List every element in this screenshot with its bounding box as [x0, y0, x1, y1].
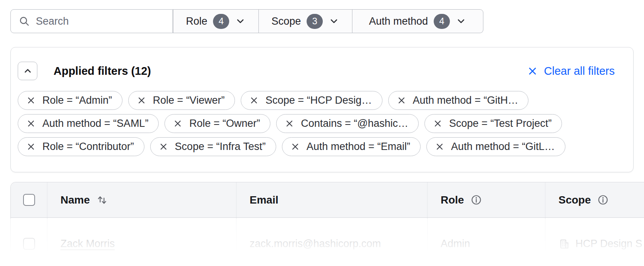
applied-filters-title: Applied filters (12)	[54, 65, 151, 77]
applied-filters-header: Applied filters (12) Clear all filters	[11, 47, 633, 80]
filter-chip-label: Role = “Admin”	[42, 94, 112, 106]
column-header-name-label: Name	[60, 194, 90, 206]
filter-dropdown-group: Role 4 Scope 3 Auth method 4	[173, 9, 483, 33]
chevron-down-icon	[456, 16, 466, 27]
x-icon	[527, 66, 538, 76]
x-icon[interactable]	[435, 142, 444, 151]
column-header-scope: Scope	[545, 182, 644, 217]
row-checkbox[interactable]	[23, 238, 35, 250]
x-icon[interactable]	[291, 142, 300, 151]
role-cell: Admin	[428, 218, 545, 266]
scope-cell: HCP Design S	[545, 218, 644, 266]
filter-chip-label: Auth method = “Email”	[307, 141, 410, 153]
filter-chip-label: Scope = “Test Project”	[449, 118, 552, 130]
scope-filter-dropdown[interactable]: Scope 3	[259, 9, 352, 33]
x-icon[interactable]	[137, 96, 146, 105]
column-header-email: Email	[236, 182, 428, 217]
column-header-email-label: Email	[250, 194, 278, 206]
filter-chip-label: Role = “Owner”	[189, 118, 260, 130]
user-scope: HCP Design S	[575, 238, 642, 250]
filter-chip[interactable]: Auth method = “GitH…	[388, 91, 529, 110]
filter-bar: Role 4 Scope 3 Auth method 4	[10, 9, 483, 33]
chevron-up-icon	[23, 66, 33, 76]
select-all-cell	[11, 182, 47, 217]
filter-chip[interactable]: Auth method = “SAML”	[18, 114, 159, 133]
clear-all-filters-label: Clear all filters	[544, 65, 615, 77]
user-role: Admin	[441, 238, 470, 250]
org-building-icon	[558, 238, 570, 250]
sort-icon[interactable]	[96, 194, 108, 206]
filter-chip-label: Auth method = “GitL…	[451, 141, 555, 153]
filter-chips: Role = “Admin” Role = “Viewer” Scope = “…	[11, 80, 633, 156]
filter-chip[interactable]: Role = “Contributor”	[18, 137, 144, 156]
search-icon	[18, 15, 30, 27]
filter-chip[interactable]: Auth method = “GitL…	[426, 137, 565, 156]
applied-filters-panel: Applied filters (12) Clear all filters R…	[10, 47, 634, 172]
filter-chip[interactable]: Auth method = “Email”	[282, 137, 421, 156]
x-icon[interactable]	[159, 142, 168, 151]
filter-chip[interactable]: Contains = “@hashic…	[276, 114, 419, 133]
column-header-role: Role	[428, 182, 545, 217]
table-row: Zack Morris zack.morris@hashicorp.com Ad…	[11, 218, 644, 266]
row-select-cell	[11, 218, 47, 266]
info-icon[interactable]	[597, 194, 609, 206]
clear-all-filters-link[interactable]: Clear all filters	[527, 65, 615, 77]
filter-chip-label: Contains = “@hashic…	[301, 118, 408, 130]
select-all-checkbox[interactable]	[23, 194, 35, 206]
auth-method-filter-dropdown[interactable]: Auth method 4	[352, 9, 483, 33]
user-name-link[interactable]: Zack Morris	[60, 238, 115, 250]
filter-chip[interactable]: Role = “Owner”	[164, 114, 270, 133]
x-icon[interactable]	[397, 96, 406, 105]
scope-filter-label: Scope	[272, 15, 301, 27]
column-header-name[interactable]: Name	[47, 182, 236, 217]
filter-chip-label: Auth method = “GitH…	[413, 94, 518, 106]
filter-chip[interactable]: Scope = “HCP Desig…	[241, 91, 382, 110]
chevron-down-icon	[235, 16, 246, 27]
search-box[interactable]	[10, 9, 173, 33]
filter-chip-label: Scope = “Infra Test”	[175, 141, 266, 153]
name-cell: Zack Morris	[47, 218, 236, 266]
auth-method-filter-count-badge: 4	[434, 14, 450, 29]
filter-chip[interactable]: Role = “Admin”	[18, 91, 122, 110]
role-filter-dropdown[interactable]: Role 4	[173, 9, 259, 33]
table-header-row: Name Email Role	[11, 182, 644, 218]
role-filter-count-badge: 4	[213, 14, 229, 29]
filter-chip-label: Scope = “HCP Desig…	[265, 94, 372, 106]
column-header-scope-label: Scope	[558, 194, 591, 206]
x-icon[interactable]	[27, 142, 35, 151]
info-icon[interactable]	[470, 194, 482, 206]
filter-chip-label: Auth method = “SAML”	[42, 118, 148, 130]
scope-filter-count-badge: 3	[307, 14, 323, 29]
auth-method-filter-label: Auth method	[369, 15, 428, 27]
user-email: zack.morris@hashicorp.com	[250, 238, 381, 250]
column-header-role-label: Role	[441, 194, 464, 206]
x-icon[interactable]	[250, 96, 258, 105]
search-input[interactable]	[36, 15, 165, 27]
filter-chip[interactable]: Scope = “Infra Test”	[150, 137, 276, 156]
x-icon[interactable]	[285, 119, 294, 128]
filter-chip-label: Role = “Contributor”	[42, 141, 134, 153]
x-icon[interactable]	[27, 96, 35, 105]
x-icon[interactable]	[27, 119, 35, 128]
x-icon[interactable]	[433, 119, 442, 128]
email-cell: zack.morris@hashicorp.com	[236, 218, 428, 266]
users-table: Name Email Role	[10, 182, 644, 266]
collapse-filters-button[interactable]	[18, 62, 37, 80]
chevron-down-icon	[329, 16, 339, 27]
filter-chip[interactable]: Role = “Viewer”	[128, 91, 235, 110]
role-filter-label: Role	[186, 15, 208, 27]
filter-chip[interactable]: Scope = “Test Project”	[424, 114, 562, 133]
x-icon[interactable]	[173, 119, 182, 128]
filter-chip-label: Role = “Viewer”	[153, 94, 225, 106]
